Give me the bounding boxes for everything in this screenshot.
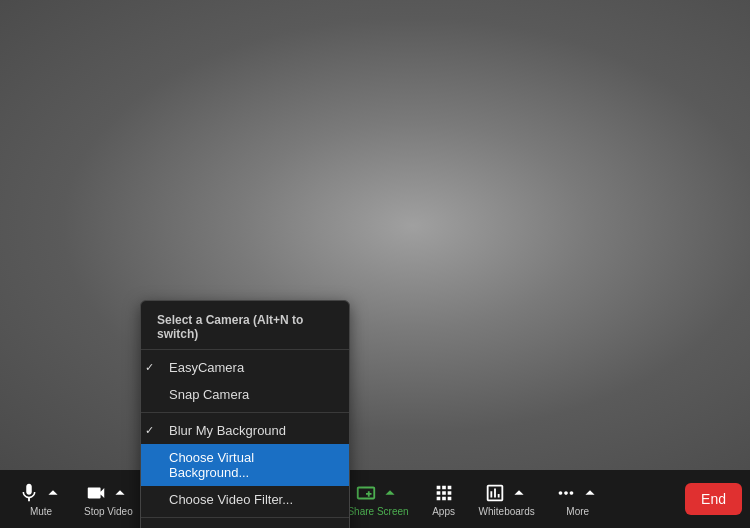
dropdown-item-blur[interactable]: ✓ Blur My Background	[141, 417, 349, 444]
item-label-video-filter: Choose Video Filter...	[157, 492, 293, 507]
whiteboards-icon-wrapper	[484, 482, 530, 504]
whiteboards-button[interactable]: Whiteboards	[469, 478, 545, 521]
dropdown-item-easycamera[interactable]: ✓ EasyCamera	[141, 354, 349, 381]
toolbar-right: End	[677, 483, 742, 515]
separator-2	[141, 517, 349, 518]
stop-video-icon-wrapper	[85, 482, 131, 504]
more-button[interactable]: More	[545, 478, 611, 521]
toolbar-left: Mute Stop Video	[8, 478, 143, 521]
item-label-virtual-bg: Choose Virtual Background...	[157, 450, 333, 480]
more-icon-wrapper	[555, 482, 601, 504]
apps-button[interactable]: Apps	[419, 478, 469, 521]
toolbar: Mute Stop Video Security	[0, 470, 750, 528]
video-icon	[85, 482, 107, 504]
checkmark-easycamera: ✓	[145, 361, 154, 374]
dropdown-item-virtual-bg[interactable]: Choose Virtual Background...	[141, 444, 349, 486]
video-area	[0, 0, 750, 470]
dropdown-title: Select a Camera (Alt+N to switch)	[141, 309, 349, 350]
dropdown-item-video-settings[interactable]: Video Settings...	[141, 522, 349, 528]
share-screen-label: Share Screen	[347, 506, 408, 517]
apps-icon	[433, 482, 455, 504]
dots-icon	[555, 482, 577, 504]
stop-video-chevron-icon	[109, 482, 131, 504]
mute-chevron-icon	[42, 482, 64, 504]
item-label-easycamera: EasyCamera	[157, 360, 244, 375]
apps-label: Apps	[432, 506, 455, 517]
separator-1	[141, 412, 349, 413]
mute-label: Mute	[30, 506, 52, 517]
mute-icon-wrapper	[18, 482, 64, 504]
mute-button[interactable]: Mute	[8, 478, 74, 521]
dropdown-item-snapcamera[interactable]: Snap Camera	[141, 381, 349, 408]
item-label-snapcamera: Snap Camera	[157, 387, 249, 402]
stop-video-button[interactable]: Stop Video	[74, 478, 143, 521]
share-screen-chevron-icon	[379, 482, 401, 504]
whiteboards-label: Whiteboards	[479, 506, 535, 517]
apps-icon-wrapper	[433, 482, 455, 504]
checkmark-blur: ✓	[145, 424, 154, 437]
stop-video-label: Stop Video	[84, 506, 133, 517]
share-screen-icon	[355, 482, 377, 504]
camera-dropdown: Select a Camera (Alt+N to switch) ✓ Easy…	[140, 300, 350, 528]
whiteboards-chevron-icon	[508, 482, 530, 504]
share-screen-icon-wrapper	[355, 482, 401, 504]
more-chevron-icon	[579, 482, 601, 504]
whiteboard-icon	[484, 482, 506, 504]
end-button[interactable]: End	[685, 483, 742, 515]
dropdown-item-video-filter[interactable]: Choose Video Filter...	[141, 486, 349, 513]
mic-icon	[18, 482, 40, 504]
more-label: More	[566, 506, 589, 517]
item-label-blur: Blur My Background	[157, 423, 286, 438]
